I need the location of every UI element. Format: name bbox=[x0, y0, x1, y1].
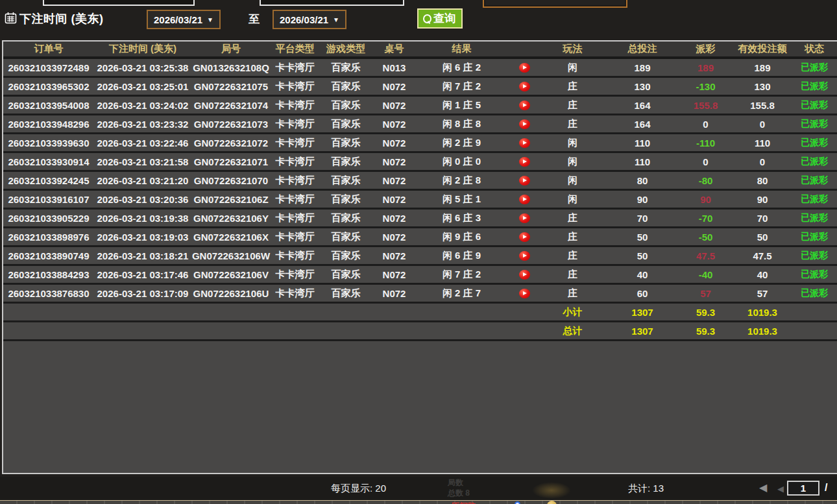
valid-bet: 130 bbox=[730, 81, 795, 92]
round-number: GN0722632106W bbox=[191, 250, 271, 261]
prev-page-icon[interactable]: ◀ bbox=[777, 483, 784, 495]
bet-time: 2026-03-21 03:23:32 bbox=[94, 119, 191, 130]
play-type: 庄 bbox=[542, 269, 603, 281]
date-from-select[interactable]: 2026/03/21 ▼ bbox=[147, 10, 221, 29]
replay-play-icon[interactable] bbox=[519, 289, 530, 298]
valid-bet: 50 bbox=[730, 232, 795, 243]
bet-time: 2026-03-21 03:19:03 bbox=[94, 232, 191, 243]
header-game-type: 游戏类型 bbox=[319, 43, 372, 55]
replay-play-icon[interactable] bbox=[519, 176, 530, 186]
game-type: 百家乐 bbox=[319, 156, 372, 168]
date-to-select[interactable]: 2026/03/21 ▼ bbox=[273, 10, 346, 29]
replay-play-icon[interactable] bbox=[519, 157, 530, 167]
header-total-bet: 总投注 bbox=[603, 43, 681, 55]
round-number: GN0722632106U bbox=[191, 288, 271, 299]
play-type: 庄 bbox=[542, 80, 603, 93]
order-number: 260321033972489 bbox=[3, 62, 94, 73]
order-number: 260321033965302 bbox=[3, 81, 94, 92]
replay-play-icon[interactable] bbox=[519, 251, 530, 261]
round-number: GN0722632106Z bbox=[191, 194, 271, 205]
total-bet: 130 bbox=[603, 81, 681, 92]
valid-bet: 80 bbox=[730, 175, 795, 186]
status-badge: 已派彩 bbox=[795, 118, 834, 130]
table-row[interactable]: 260321033905229 2026-03-21 03:19:38 GN07… bbox=[3, 210, 837, 226]
bet-time-label: 下注时间 (美东) bbox=[19, 11, 104, 27]
result-text: 闲 2 庄 8 bbox=[416, 174, 507, 187]
replay-play-icon[interactable] bbox=[519, 195, 530, 204]
subtotal-payout: 59.3 bbox=[681, 307, 730, 318]
header-round: 局号 bbox=[191, 43, 271, 55]
table-number: N072 bbox=[372, 269, 416, 280]
table-row[interactable]: 260321033876830 2026-03-21 03:17:09 GN07… bbox=[3, 285, 837, 302]
table-row[interactable]: 260321033954008 2026-03-21 03:24:02 GN07… bbox=[3, 97, 837, 114]
table-row[interactable]: 260321033898976 2026-03-21 03:19:03 GN07… bbox=[3, 228, 837, 245]
table-row[interactable]: 260321033939630 2026-03-21 03:22:46 GN07… bbox=[3, 134, 837, 151]
payout-amount: -80 bbox=[681, 175, 730, 186]
status-badge: 已派彩 bbox=[795, 174, 834, 186]
platform-type: 卡卡湾厅 bbox=[271, 62, 319, 74]
bet-time: 2026-03-21 03:19:38 bbox=[94, 213, 191, 224]
round-number: GN07226321071 bbox=[191, 156, 271, 167]
game-type: 百家乐 bbox=[319, 137, 372, 149]
grand-total-label: 总计 bbox=[542, 325, 603, 337]
table-row[interactable]: 260321033924245 2026-03-21 03:21:20 GN07… bbox=[3, 172, 837, 189]
table-row[interactable]: 260321033884293 2026-03-21 03:17:46 GN07… bbox=[3, 266, 837, 283]
total-bet: 164 bbox=[603, 119, 681, 130]
table-row[interactable]: 260321033890749 2026-03-21 03:18:21 GN07… bbox=[3, 247, 837, 264]
play-type: 庄 bbox=[542, 118, 603, 130]
table-number: N013 bbox=[372, 62, 416, 73]
payout-amount: 0 bbox=[681, 119, 730, 130]
replay-play-icon[interactable] bbox=[519, 101, 530, 110]
replay-play-icon[interactable] bbox=[519, 82, 530, 91]
replay-play-icon[interactable] bbox=[519, 270, 530, 280]
bet-time: 2026-03-21 03:17:09 bbox=[94, 288, 191, 299]
bet-time: 2026-03-21 03:25:01 bbox=[94, 81, 191, 92]
betting-records-screen: 下注时间 (美东) 2026/03/21 ▼ 至 2026/03/21 ▼ 查询… bbox=[0, 0, 837, 504]
grand-total-row: 总计 1307 59.3 1019.3 bbox=[3, 322, 837, 339]
order-number: 260321033916107 bbox=[3, 194, 94, 205]
valid-bet: 40 bbox=[730, 269, 795, 280]
table-number: N072 bbox=[372, 175, 416, 186]
replay-play-icon[interactable] bbox=[519, 119, 530, 129]
play-type: 庄 bbox=[542, 99, 603, 112]
replay-play-icon[interactable] bbox=[519, 232, 530, 242]
round-number: GN0722632106V bbox=[191, 269, 271, 280]
cutoff-input-box[interactable] bbox=[483, 0, 627, 8]
round-number: GN07226321075 bbox=[191, 81, 271, 92]
table-row[interactable]: 260321033916107 2026-03-21 03:20:36 GN07… bbox=[3, 191, 837, 208]
first-page-icon[interactable]: ◀ bbox=[759, 482, 767, 494]
cutoff-input-box[interactable] bbox=[260, 0, 404, 6]
query-button[interactable]: 查询 bbox=[417, 8, 463, 29]
background-gold-chip bbox=[547, 501, 557, 504]
valid-bet: 189 bbox=[730, 62, 795, 73]
order-number: 260321033905229 bbox=[3, 213, 94, 224]
bet-time: 2026-03-21 03:24:02 bbox=[94, 100, 191, 111]
date-to-value: 2026/03/21 bbox=[280, 14, 328, 25]
replay-play-icon[interactable] bbox=[519, 213, 530, 223]
replay-play-icon[interactable] bbox=[519, 63, 530, 73]
replay-play-icon[interactable] bbox=[519, 138, 530, 148]
cutoff-input-box[interactable] bbox=[43, 0, 195, 6]
header-valid-bet: 有效投注额 bbox=[730, 43, 795, 55]
table-number: N072 bbox=[372, 250, 416, 261]
table-row[interactable]: 260321033972489 2026-03-21 03:25:38 GN01… bbox=[3, 59, 837, 76]
total-bet: 80 bbox=[603, 175, 681, 186]
total-bet: 189 bbox=[603, 62, 681, 73]
table-number: N072 bbox=[372, 138, 416, 149]
play-type: 闲 bbox=[542, 137, 603, 149]
total-bet: 60 bbox=[603, 288, 681, 299]
header-table-no: 桌号 bbox=[372, 43, 416, 55]
platform-type: 卡卡湾厅 bbox=[271, 118, 319, 130]
payout-amount: 57 bbox=[681, 288, 730, 299]
bet-time: 2026-03-21 03:21:58 bbox=[94, 156, 191, 167]
table-number: N072 bbox=[372, 213, 416, 224]
page-number-input[interactable] bbox=[787, 481, 819, 496]
subtotal-label: 小计 bbox=[542, 306, 603, 318]
game-type: 百家乐 bbox=[319, 287, 372, 300]
status-badge: 已派彩 bbox=[795, 193, 834, 205]
table-number: N072 bbox=[372, 288, 416, 299]
table-row[interactable]: 260321033965302 2026-03-21 03:25:01 GN07… bbox=[3, 78, 837, 95]
table-row[interactable]: 260321033930914 2026-03-21 03:21:58 GN07… bbox=[3, 153, 837, 170]
header-order: 订单号 bbox=[3, 43, 94, 55]
table-row[interactable]: 260321033948296 2026-03-21 03:23:32 GN07… bbox=[3, 115, 837, 132]
